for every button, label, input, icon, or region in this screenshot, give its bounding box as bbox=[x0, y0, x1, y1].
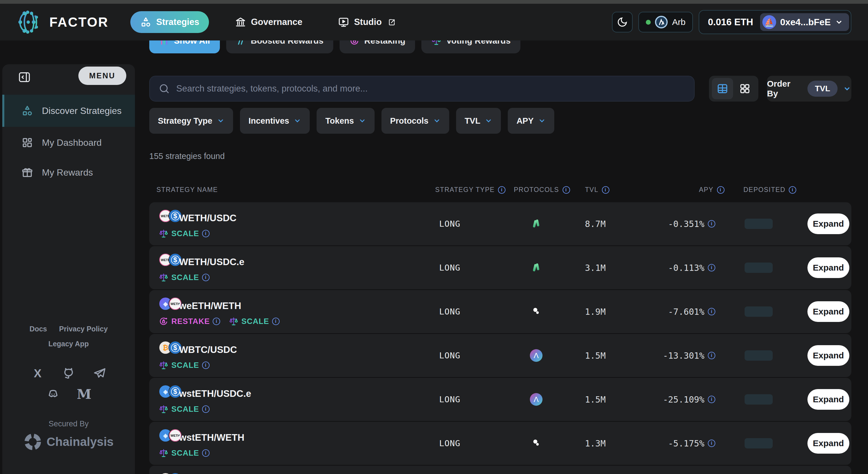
apy-cell: -5.175%i bbox=[609, 422, 715, 465]
navbar-right: Arb 0.016 ETH ⛵ 0xe4...bFeE bbox=[612, 4, 851, 40]
strategy-name[interactable]: weETH/WETH bbox=[179, 301, 241, 311]
protocol-cell bbox=[530, 218, 542, 230]
info-icon[interactable]: i bbox=[708, 264, 715, 272]
expand-button[interactable]: Expand bbox=[807, 345, 849, 366]
arbitrum-icon bbox=[655, 15, 668, 29]
strategy-name[interactable]: wstETH/USDC.e bbox=[179, 388, 251, 399]
legacy-app-link[interactable]: Legacy App bbox=[49, 340, 89, 348]
secured-by-label: Secured By bbox=[2, 419, 135, 429]
telegram-icon[interactable] bbox=[92, 366, 107, 380]
github-icon[interactable] bbox=[61, 366, 76, 380]
scale-badge: SCALEi bbox=[159, 229, 210, 239]
column-label: PROTOCOLS bbox=[514, 186, 559, 194]
filter-protocols[interactable]: Protocols bbox=[381, 108, 449, 134]
network-selector[interactable]: Arb bbox=[639, 12, 693, 32]
medium-icon[interactable]: M bbox=[77, 387, 91, 402]
info-icon[interactable]: i bbox=[708, 440, 715, 447]
info-icon[interactable]: i bbox=[213, 318, 220, 325]
info-icon[interactable]: i bbox=[717, 186, 724, 194]
filter-strategy-type[interactable]: Strategy Type bbox=[149, 108, 233, 134]
nav-links: StrategiesGovernanceStudio bbox=[130, 11, 406, 33]
top-navbar: FACTOR StrategiesGovernanceStudio Arb 0.… bbox=[0, 4, 868, 40]
info-icon[interactable]: i bbox=[708, 308, 715, 315]
badge-label: SCALE bbox=[241, 317, 269, 326]
info-icon[interactable]: i bbox=[202, 405, 210, 413]
column-header-strategy-type: STRATEGY TYPEi bbox=[435, 186, 505, 194]
network-label: Arb bbox=[672, 17, 685, 27]
token-pair-icons: ₿$ bbox=[159, 473, 182, 474]
expand-button[interactable]: Expand bbox=[807, 214, 849, 234]
theme-toggle-button[interactable] bbox=[612, 12, 632, 32]
strategy-type-cell: LONG bbox=[439, 334, 460, 377]
moon-icon bbox=[617, 17, 628, 28]
wallet-menu[interactable]: 0.016 ETH ⛵ 0xe4...bFeE bbox=[699, 10, 851, 34]
apy-value: -0.113% bbox=[668, 263, 704, 273]
collapse-panel-icon bbox=[18, 71, 31, 84]
expand-button[interactable]: Expand bbox=[807, 389, 849, 410]
strategy-name[interactable]: WETH/USDC bbox=[179, 213, 237, 223]
sidebar-item-my-rewards[interactable]: My Rewards bbox=[2, 162, 135, 183]
menu-button[interactable]: MENU bbox=[79, 67, 127, 85]
bank-icon bbox=[235, 17, 246, 28]
wallet-address-pill[interactable]: ⛵ 0xe4...bFeE bbox=[760, 13, 849, 31]
info-icon[interactable]: i bbox=[708, 352, 715, 359]
wallet-balance: 0.016 ETH bbox=[708, 17, 753, 28]
x-icon[interactable]: X bbox=[30, 366, 45, 380]
filter-label: Tokens bbox=[325, 116, 353, 126]
strategy-name[interactable]: WBTC/USDC bbox=[179, 344, 237, 355]
deposited-bar bbox=[745, 438, 773, 448]
info-icon[interactable]: i bbox=[563, 186, 570, 194]
info-icon[interactable]: i bbox=[498, 186, 505, 194]
aave-protocol-icon[interactable]: Λ bbox=[530, 393, 542, 406]
search-icon bbox=[158, 83, 170, 94]
strategy-name[interactable]: WETH/USDC.e bbox=[179, 256, 244, 267]
nav-governance[interactable]: Governance bbox=[225, 11, 312, 33]
info-icon[interactable]: i bbox=[602, 186, 609, 194]
discord-icon[interactable] bbox=[46, 387, 60, 402]
strategy-badges: SCALEi bbox=[159, 448, 210, 458]
info-icon[interactable]: i bbox=[789, 186, 796, 194]
table-row: WETH$WETH/USDCSCALEiLONG8.7M-0.351%iExpa… bbox=[149, 202, 851, 245]
brand[interactable]: FACTOR bbox=[17, 9, 108, 35]
sidebar-item-discover-strategies[interactable]: Discover Strategies bbox=[2, 95, 135, 127]
expand-button[interactable]: Expand bbox=[807, 301, 849, 322]
info-icon[interactable]: i bbox=[708, 396, 715, 403]
info-icon[interactable]: i bbox=[202, 230, 210, 237]
info-icon[interactable]: i bbox=[202, 361, 210, 369]
filter-incentives[interactable]: Incentives bbox=[240, 108, 310, 134]
filter-tokens[interactable]: Tokens bbox=[317, 108, 374, 134]
info-icon[interactable]: i bbox=[202, 274, 210, 281]
scale-icon bbox=[159, 273, 168, 282]
expand-button[interactable]: Expand bbox=[807, 257, 849, 278]
deposited-bar bbox=[745, 350, 773, 361]
table-view-button[interactable] bbox=[712, 78, 733, 99]
filter-apy[interactable]: APY bbox=[508, 108, 554, 134]
search-bar[interactable] bbox=[149, 76, 694, 102]
info-icon[interactable]: i bbox=[272, 318, 280, 325]
deposited-bar bbox=[745, 219, 773, 229]
sidebar-item-my-dashboard[interactable]: My Dashboard bbox=[2, 132, 135, 153]
aave-protocol-icon[interactable]: Λ bbox=[530, 349, 542, 362]
table-row: ₿$WBTC/USDCSCALEiLONGΛ1.5M-13.301%iExpan… bbox=[149, 334, 851, 377]
chevron-down-icon bbox=[843, 84, 851, 93]
grid-view-button[interactable] bbox=[734, 78, 755, 99]
strategy-name[interactable]: wstETH/WETH bbox=[179, 432, 244, 443]
apy-cell: -25.109%i bbox=[609, 378, 715, 421]
info-icon[interactable]: i bbox=[708, 220, 715, 227]
expand-button[interactable]: Expand bbox=[807, 433, 849, 454]
sidebar-collapse-button[interactable] bbox=[16, 68, 33, 86]
privacy-policy-link[interactable]: Privacy Policy bbox=[59, 325, 108, 333]
chevron-down-icon bbox=[433, 117, 441, 125]
docs-link[interactable]: Docs bbox=[30, 325, 47, 333]
nav-label: Strategies bbox=[156, 17, 199, 27]
search-input[interactable] bbox=[176, 84, 685, 94]
tvl-cell: 8.7M bbox=[542, 202, 606, 245]
filter-tvl[interactable]: TVL bbox=[456, 108, 501, 134]
info-icon[interactable]: i bbox=[202, 449, 210, 457]
order-by-dropdown[interactable]: Order By TVL bbox=[767, 76, 851, 102]
badge-label: SCALE bbox=[172, 229, 199, 238]
tvl-cell: 1.5M bbox=[542, 378, 606, 421]
nav-strategies[interactable]: Strategies bbox=[130, 11, 209, 33]
nav-studio[interactable]: Studio bbox=[328, 11, 406, 33]
scale-icon bbox=[229, 316, 239, 326]
